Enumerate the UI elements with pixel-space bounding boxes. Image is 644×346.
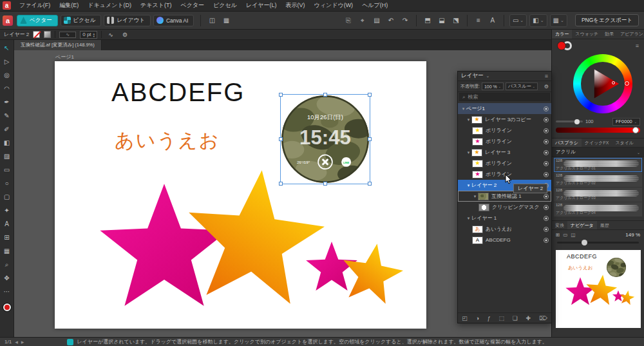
layer-row-layer3-copy[interactable]: ▾ ★ レイヤー 3のコピー <box>458 114 551 125</box>
stroke-swatch[interactable] <box>44 31 51 38</box>
visibility-toggle[interactable] <box>544 205 549 210</box>
persona-vector-button[interactable]: ベクター <box>17 15 58 26</box>
stroke-style-button[interactable]: ∿ <box>59 32 76 38</box>
gear-icon[interactable]: ⚙ <box>120 30 129 39</box>
color-slider[interactable] <box>556 128 640 133</box>
expand-caret-icon[interactable]: ▾ <box>460 106 466 111</box>
layer-row-clipping-mask[interactable]: クリッピングマスク <box>458 202 551 213</box>
snap-icon[interactable]: ◫ <box>205 14 218 27</box>
node-tool[interactable]: ▷ <box>0 55 14 68</box>
pressure-icon[interactable]: ∿ <box>106 30 115 39</box>
transparency-tool[interactable]: ▨ <box>0 149 14 163</box>
brush-item[interactable]: 128 アクリルストローク01 <box>554 158 642 172</box>
expand-caret-icon[interactable]: ▾ <box>472 194 478 199</box>
tab-transform[interactable]: 変換 <box>552 221 567 229</box>
fill-color-well[interactable] <box>557 41 566 50</box>
panel-menu-icon[interactable]: ≡ <box>545 73 548 79</box>
expand-caret-icon[interactable]: ▾ <box>466 150 471 155</box>
tab-history[interactable]: 履歴 <box>597 221 612 229</box>
view-mode-dropdown[interactable]: ▦ ⌄ <box>550 14 567 27</box>
panel-toggle-icon[interactable]: ▤ <box>370 14 383 27</box>
target-icon[interactable]: ⌖ <box>356 14 369 27</box>
layer-row-layer1[interactable]: ▾ レイヤー 1 <box>458 213 551 224</box>
layer-row-layer3[interactable]: ▾ ★ レイヤー 3 <box>458 147 551 158</box>
ellipse-tool[interactable]: ○ <box>0 177 14 190</box>
tab-navigator[interactable]: ナビゲータ <box>567 221 597 229</box>
persona-canva-button[interactable]: Canva AI <box>153 15 194 26</box>
selection-handle-se[interactable] <box>368 182 372 186</box>
view-tool[interactable]: ✥ <box>0 271 14 285</box>
tab-appearance[interactable]: アピアランス <box>617 30 644 39</box>
shape-tool[interactable]: ✦ <box>0 204 14 217</box>
expand-caret-icon[interactable]: ▾ <box>466 117 471 122</box>
text-options-icon[interactable]: A <box>486 14 499 27</box>
menu-layer[interactable]: レイヤー(L) <box>242 0 281 12</box>
nav-actual-size-icon[interactable]: ▭ <box>563 232 567 238</box>
visibility-toggle[interactable] <box>544 106 549 111</box>
persona-pixel-button[interactable]: ピクセル <box>61 15 102 26</box>
menu-vector[interactable]: ベクター <box>176 0 209 12</box>
tab-styles[interactable]: スタイル <box>612 139 637 147</box>
visibility-toggle[interactable] <box>544 216 549 221</box>
new-group-icon[interactable]: ⬚ <box>499 315 505 322</box>
tab-color[interactable]: カラー <box>552 30 572 39</box>
alignment-icon[interactable]: ≡ <box>472 14 485 27</box>
zoom-tool[interactable]: ⌕ <box>0 258 14 271</box>
opacity-dropdown[interactable]: 100 % ⌄ <box>482 82 504 90</box>
paste-style-icon[interactable]: ⎘ <box>342 14 355 27</box>
next-page-icon[interactable]: ▶ <box>21 340 24 344</box>
visibility-toggle[interactable] <box>544 161 549 166</box>
pen-tool[interactable]: ✒ <box>0 95 14 109</box>
navigator-preview[interactable]: ABCDEFG あいうえお <box>556 250 641 328</box>
layer-effects-icon[interactable]: ƒ <box>488 315 491 322</box>
menu-help[interactable]: ヘルプ(H) <box>357 0 392 12</box>
rounded-rectangle-tool[interactable]: ▢ <box>0 190 14 204</box>
visibility-toggle[interactable] <box>544 238 549 243</box>
selection-handle-w[interactable] <box>279 137 283 141</box>
fill-mode-dropdown[interactable]: ◧ ⌄ <box>529 14 547 27</box>
layer-row-polyline-3[interactable]: ★ ポリライン <box>458 158 551 169</box>
send-backward-icon[interactable]: ⬓ <box>435 14 448 27</box>
persona-layout-button[interactable]: レイアウト <box>104 15 151 26</box>
visibility-toggle[interactable] <box>544 128 549 133</box>
layer-row-text-aiueo[interactable]: あ あいうえお <box>458 224 551 235</box>
star-orange-small[interactable] <box>333 236 410 314</box>
color-panel-menu-icon[interactable]: ≡ <box>636 43 639 49</box>
selection-handle-e[interactable] <box>368 137 372 141</box>
visibility-toggle[interactable] <box>544 150 549 155</box>
menu-view[interactable]: 表示(V) <box>281 0 310 12</box>
layer-row-polyline-1[interactable]: ★ ポリライン <box>458 125 551 136</box>
zoom-slider[interactable] <box>557 242 639 244</box>
document-tab[interactable]: 互換性確認.af [変更済み] (148.9%) <box>14 40 102 50</box>
insert-shape-dropdown[interactable]: ▭ ⌄ <box>509 14 527 27</box>
move-tool[interactable]: ↖ <box>0 41 14 55</box>
adjustment-icon[interactable]: ◑ <box>476 315 479 322</box>
frame-text-tool[interactable]: ⊞ <box>0 231 14 244</box>
layer-row-polyline-2[interactable]: ★ ポリライン <box>458 136 551 147</box>
selection-handle-s[interactable] <box>323 182 327 186</box>
color-slider-handle[interactable] <box>632 127 639 133</box>
fill-tool[interactable]: ◧ <box>0 136 14 149</box>
prev-page-icon[interactable]: ◀ <box>15 340 18 344</box>
stepper-down-icon[interactable]: ▾ <box>93 35 95 37</box>
nav-viewpoint-icon[interactable]: ◫ <box>571 232 575 238</box>
move-to-front-icon[interactable]: ⬔ <box>450 14 462 27</box>
layer-row-text-abcdefg[interactable]: A ABCDEFG <box>458 235 551 245</box>
shade-selector-dot[interactable] <box>612 81 615 84</box>
rectangle-tool[interactable]: ▭ <box>0 163 14 177</box>
menu-edit[interactable]: 編集(E) <box>55 0 83 12</box>
brush-category-dropdown[interactable]: アクリル ⌄ <box>552 148 644 157</box>
add-mask-icon[interactable]: ◰ <box>462 315 468 322</box>
stroke-width-field[interactable]: 0 pt ▴ ▾ <box>80 31 97 39</box>
color-wheel[interactable] <box>573 54 632 113</box>
hex-value-field[interactable]: FF0000 ⌄ <box>612 118 640 126</box>
menu-file[interactable]: ファイル(F) <box>15 0 55 12</box>
tab-effects[interactable]: 効果 <box>601 30 617 39</box>
visibility-toggle[interactable] <box>544 172 549 177</box>
visibility-toggle[interactable] <box>544 194 549 199</box>
artistic-text-tool[interactable]: A <box>0 217 14 231</box>
delete-layer-icon[interactable]: ⌦ <box>539 315 547 322</box>
layer-row-page1[interactable]: ▾ ページ1 <box>458 103 551 114</box>
bring-forward-icon[interactable]: ⬒ <box>421 14 434 27</box>
tab-quick-fx[interactable]: クイックFX <box>582 139 612 147</box>
